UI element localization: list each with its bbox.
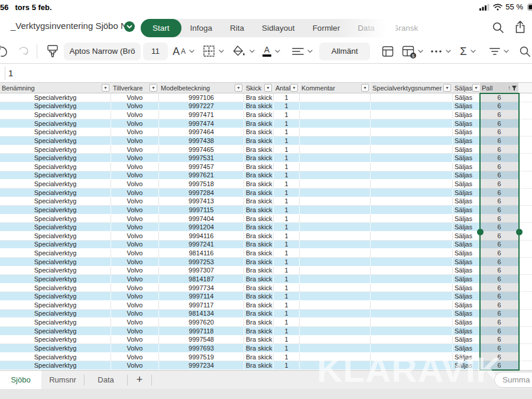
cell-benämning[interactable]: Specialverktyg [0,232,111,240]
row-filler[interactable] [519,249,532,257]
cell-modelbeteckning[interactable]: 9997117 [159,301,244,309]
cell-modelbeteckning[interactable]: 9997114 [159,292,244,300]
row-filler[interactable] [519,154,532,162]
cell-benämning[interactable]: Specialverktyg [0,241,111,249]
cell-säljas[interactable]: Säljas [453,301,480,309]
row-filler[interactable] [519,318,532,326]
row-filler[interactable] [519,189,532,197]
cell-skick[interactable]: Bra skick [244,327,274,335]
cell-säljas[interactable]: Säljas [453,344,480,352]
row-filler[interactable] [519,93,532,102]
cell-tillverkare[interactable]: Volvo [111,318,159,326]
cell-modelbeteckning[interactable]: 9814134 [159,310,244,318]
filter-dropdown-icon[interactable]: ▼ [150,84,157,92]
selection-handle[interactable] [516,229,523,235]
cell-benämning[interactable]: Specialverktyg [0,327,111,335]
cell-modelbeteckning[interactable]: 9997457 [159,163,244,171]
cell-modelbeteckning[interactable]: 9997438 [159,137,244,145]
cell-antal[interactable]: 1 [274,361,300,369]
chevron-down-icon[interactable] [124,21,135,32]
cell-benämning[interactable]: Specialverktyg [0,145,111,154]
cell-säljas[interactable]: Säljas [453,336,480,344]
cell-antal[interactable]: 1 [274,206,300,214]
cell-specialverktygsnummer[interactable] [371,232,453,240]
ribbon-tab-sidlayout[interactable]: Sidlayout [253,19,304,37]
cell-skick[interactable]: Bra skick [244,267,274,275]
cell-kommentar[interactable] [300,197,371,206]
cell-kommentar[interactable] [300,111,371,119]
formula-bar[interactable]: 1 [0,63,532,83]
cell-antal[interactable]: 1 [274,145,300,154]
cell-benämning[interactable]: Specialverktyg [0,361,111,369]
cell-tillverkare[interactable]: Volvo [111,223,159,231]
cell-kommentar[interactable] [300,128,371,137]
cell-kommentar[interactable] [300,163,371,171]
cell-benämning[interactable]: Specialverktyg [0,215,111,223]
row-filler[interactable] [519,310,532,318]
cell-specialverktygsnummer[interactable] [371,249,453,257]
cell-specialverktygsnummer[interactable] [371,189,453,197]
cell-säljas[interactable]: Säljas [453,275,480,283]
cell-benämning[interactable]: Specialverktyg [0,275,111,283]
cell-säljas[interactable]: Säljas [453,93,480,102]
cell-kommentar[interactable] [300,215,371,223]
cell-säljas[interactable]: Säljas [453,353,480,361]
filter-dropdown-icon[interactable]: ▼ [264,84,272,92]
cell-säljas[interactable]: Säljas [453,163,480,171]
cell-säljas[interactable]: Säljas [453,189,480,197]
cell-tillverkare[interactable]: Volvo [111,336,159,344]
cell-skick[interactable]: Bra skick [244,292,274,300]
cell-antal[interactable]: 1 [274,171,300,180]
cell-skick[interactable]: Bra skick [244,206,274,214]
cell-tillverkare[interactable]: Volvo [111,232,159,240]
cell-säljas[interactable]: Säljas [453,128,480,137]
filter-dropdown-icon[interactable]: ▼ [290,84,298,92]
cell-specialverktygsnummer[interactable] [371,93,453,102]
row-filler[interactable] [519,344,532,352]
alignment-button[interactable] [292,39,313,63]
cell-skick[interactable]: Bra skick [244,275,274,283]
cell-tillverkare[interactable]: Volvo [111,197,159,206]
cell-specialverktygsnummer[interactable] [371,344,453,352]
font-name-selector[interactable]: Aptos Narrow (Brö [64,43,141,60]
redo-button[interactable] [18,39,31,63]
cell-antal[interactable]: 1 [274,318,300,326]
row-filler[interactable] [519,353,532,361]
font-format-button[interactable]: A A [173,39,194,63]
row-filler[interactable] [519,197,532,206]
cell-modelbeteckning[interactable]: 9997548 [159,336,244,344]
cell-antal[interactable]: 1 [274,119,300,128]
cell-tillverkare[interactable]: Volvo [111,215,159,223]
cell-tillverkare[interactable]: Volvo [111,206,159,214]
cell-antal[interactable]: 1 [274,301,300,309]
cell-specialverktygsnummer[interactable] [371,241,453,249]
cell-säljas[interactable]: Säljas [453,223,480,231]
cell-skick[interactable]: Bra skick [244,215,274,223]
cell-kommentar[interactable] [300,137,371,145]
cell-skick[interactable]: Bra skick [244,119,274,128]
cell-specialverktygsnummer[interactable] [371,292,453,300]
row-filler[interactable] [519,206,532,214]
cell-specialverktygsnummer[interactable] [371,318,453,326]
cell-benämning[interactable]: Specialverktyg [0,163,111,171]
filter-button[interactable] [489,39,509,63]
cell-specialverktygsnummer[interactable] [371,327,453,335]
cell-skick[interactable]: Bra skick [244,154,274,162]
row-filler[interactable] [519,180,532,188]
cell-säljas[interactable]: Säljas [453,318,480,326]
cell-modelbeteckning[interactable]: 9991204 [159,223,244,231]
cell-modelbeteckning[interactable]: 9997307 [159,267,244,275]
cell-benämning[interactable]: Specialverktyg [0,206,111,214]
sheet-tab-data[interactable]: Data [85,371,127,389]
cell-modelbeteckning[interactable]: 9997620 [159,318,244,326]
cell-antal[interactable]: 1 [274,310,300,318]
cell-modelbeteckning[interactable]: 9997118 [159,327,244,335]
number-format-options-button[interactable]: $ [402,39,423,63]
cell-skick[interactable]: Bra skick [244,318,274,326]
row-filler[interactable] [519,361,532,369]
cell-kommentar[interactable] [300,145,371,154]
cell-benämning[interactable]: Specialverktyg [0,310,111,318]
cell-antal[interactable]: 1 [274,284,300,292]
cell-antal[interactable]: 1 [274,249,300,257]
cell-kommentar[interactable] [300,180,371,188]
